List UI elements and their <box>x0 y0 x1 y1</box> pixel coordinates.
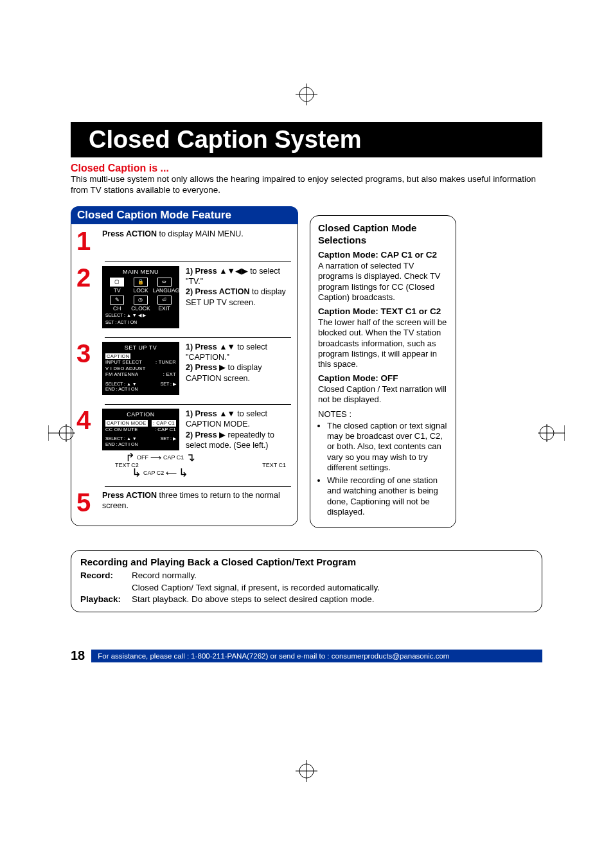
osd-caption: CAPTION CAPTION MODE: CAP C1 CC ON MUTE:… <box>102 409 179 450</box>
step-number: 2 <box>76 266 97 328</box>
mode-off-body: Closed Caption / Text narration will not… <box>318 384 448 405</box>
intro-heading: Closed Caption is ... <box>71 163 542 174</box>
step-number: 1 <box>76 229 97 252</box>
step-4: 4 CAPTION CAPTION MODE: CAP C1 CC ON MUT… <box>71 405 298 483</box>
feature-title: Closed Caption Mode Feature <box>71 206 298 224</box>
selections-box: Closed Caption Mode Selections Caption M… <box>310 215 456 528</box>
arrow-updown-icon <box>219 409 235 418</box>
playback-line: Start playback. Do above steps to select… <box>132 594 374 605</box>
notes-label: NOTES : <box>318 409 448 420</box>
note-item: The closed caption or text signal may be… <box>327 421 448 473</box>
playback-label: Playback: <box>80 594 128 605</box>
mode-text-body: The lower half of the screen will be blo… <box>318 317 448 369</box>
step-1: 1 Press ACTION to display MAIN MENU. <box>71 228 298 258</box>
record-line2: Closed Caption/ Text signal, if present,… <box>132 582 380 594</box>
step-3: 3 SET UP TV CAPTION INPUT SELECT: TUNER … <box>71 338 298 400</box>
step-3-text: 1) Press to select "CAPTION." 2) Press t… <box>186 342 291 384</box>
osd-main-menu: MAIN MENU ▢TV 🔒LOCK ⇔LANGUAGE ✎CH ◷CLOCK… <box>102 266 179 328</box>
osd-setup-tv: SET UP TV CAPTION INPUT SELECT: TUNER V … <box>102 342 179 395</box>
step-2: 2 MAIN MENU ▢TV 🔒LOCK ⇔LANGUAGE ✎CH ◷CLO… <box>71 262 298 333</box>
record-label: Record: <box>80 570 128 593</box>
mode-cycle-diagram: ↱ OFF ⟶ CAP C1 ↴ TEXT C2 TEXT C1 ↳ <box>102 450 291 477</box>
mode-cap-body: A narration of selected TV programs is d… <box>318 261 448 303</box>
osd-set: SET : ACT I ON <box>105 320 176 326</box>
arrow-right-icon <box>219 363 226 372</box>
step-1-text: Press ACTION to display MAIN MENU. <box>102 229 291 252</box>
page-footer: 18 For assistance, please call : 1-800-2… <box>71 648 542 663</box>
step-4-text: 1) Press to select CAPTION MODE. 2) Pres… <box>186 409 291 450</box>
step-number: 5 <box>76 491 97 514</box>
mode-text-head: Caption Mode: TEXT C1 or C2 <box>318 306 448 317</box>
assistance-bar: For assistance, please call : 1-800-211-… <box>91 650 542 662</box>
step-5: 5 Press ACTION three times to return to … <box>71 487 298 519</box>
intro-body: This multi-use system not only allows th… <box>71 174 542 196</box>
note-item: While recording of one station and watch… <box>327 475 448 517</box>
step-5-text: Press ACTION three times to return to th… <box>102 491 291 514</box>
feature-box: Closed Caption Mode Feature 1 Press ACTI… <box>71 206 298 526</box>
arrow-all-icon <box>219 267 248 276</box>
mode-cap-head: Caption Mode: CAP C1 or C2 <box>318 250 448 261</box>
step-1-bold: Press ACTION <box>102 229 157 238</box>
page-title: Closed Caption System <box>71 126 542 154</box>
mode-off-head: Caption Mode: OFF <box>318 373 448 384</box>
osd-title: MAIN MENU <box>105 269 176 276</box>
step-1-rest: to display MAIN MENU. <box>157 229 244 238</box>
step-number: 4 <box>76 409 97 477</box>
record-playback-heading: Recording and Playing Back a Closed Capt… <box>80 556 533 569</box>
selections-heading: Closed Caption Mode Selections <box>318 222 448 247</box>
notes-list: The closed caption or text signal may be… <box>318 421 448 517</box>
record-line1: Record normally. <box>132 570 380 581</box>
page-number: 18 <box>71 648 85 663</box>
arrow-updown-icon <box>219 342 235 351</box>
page-title-bar: Closed Caption System <box>71 122 542 157</box>
arrow-right-icon <box>219 430 226 439</box>
step-2-text: 1) Press to select "TV." 2) Press ACTION… <box>186 266 291 308</box>
record-playback-box: Recording and Playing Back a Closed Capt… <box>71 550 542 612</box>
step-number: 3 <box>76 342 97 395</box>
osd-select: SELECT : ▲ ▼ ◀ ▶ <box>105 313 176 319</box>
